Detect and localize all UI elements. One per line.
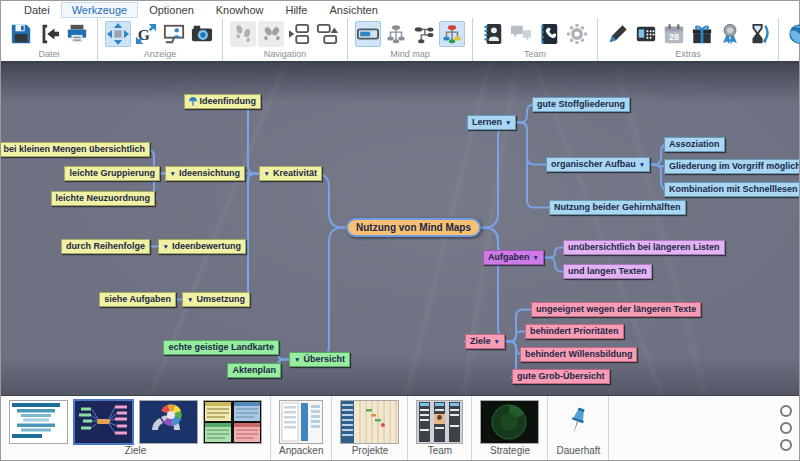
map-topic-aktenplan[interactable]: Aktenplan bbox=[227, 363, 281, 378]
map-topic-gliederung-im-vorgriff[interactable]: Gliederung im Vorgriff möglich bbox=[664, 159, 799, 174]
map-topic-umsetzung[interactable]: ▼Umsetzung bbox=[182, 292, 250, 307]
map-topic-durch-reihenfolge[interactable]: durch Reihenfolge bbox=[61, 239, 150, 254]
panel-overflow-button[interactable] bbox=[780, 422, 792, 434]
footprints2-button[interactable] bbox=[258, 21, 284, 47]
camera-icon bbox=[191, 23, 213, 45]
map-topic-unuebersichtlich-listen[interactable]: unübersichtlich bei längeren Listen bbox=[563, 240, 725, 255]
map-part-thumbnails bbox=[340, 400, 399, 444]
map-part-group-dauerhaft: Dauerhaft bbox=[548, 396, 609, 460]
map-topic-ideensichtung[interactable]: ▼Ideensichtung bbox=[165, 166, 245, 181]
address-book-button[interactable] bbox=[480, 21, 506, 47]
map-topic-root[interactable]: Nutzung von Mind Maps bbox=[346, 218, 481, 237]
map-topic-echte-geistige-landkarte[interactable]: echte geistige Landkarte bbox=[163, 340, 279, 355]
toolbar-group-label: Anzeige bbox=[144, 49, 177, 61]
map-topic-ungeeignet-texte[interactable]: ungeeignet wegen der längeren Texte bbox=[531, 302, 701, 317]
toolbar-group-team: Team bbox=[473, 18, 598, 61]
phone-button[interactable] bbox=[536, 21, 562, 47]
thumbnail-gantt[interactable] bbox=[340, 400, 399, 444]
map-topic-und-langen-texten[interactable]: und langen Texten bbox=[563, 264, 652, 279]
collapse-arrow-icon[interactable]: ▼ bbox=[494, 338, 500, 345]
globe-button[interactable] bbox=[786, 21, 800, 47]
map-topic-kreativitaet[interactable]: ▼Kreativität bbox=[259, 166, 322, 181]
print-button[interactable] bbox=[64, 21, 90, 47]
layout-corner-button[interactable] bbox=[314, 21, 340, 47]
collapse-arrow-icon[interactable]: ▼ bbox=[264, 170, 270, 177]
toolbar-group-icons bbox=[8, 19, 90, 49]
presentation-button[interactable] bbox=[161, 21, 187, 47]
map-topic-assoziation[interactable]: Assoziation bbox=[664, 137, 725, 152]
map-topic-leichte-neuzuordnung[interactable]: leichte Neuzuordnung bbox=[51, 191, 156, 206]
map-topic-ziele[interactable]: Ziele▼ bbox=[465, 334, 505, 349]
map-topic-siehe-aufgaben[interactable]: siehe Aufgaben bbox=[99, 292, 176, 307]
thumbnail-outline-list[interactable] bbox=[9, 400, 68, 444]
zoom-g-button[interactable]: G bbox=[133, 21, 159, 47]
panel-overflow-button[interactable] bbox=[780, 439, 792, 451]
menu-item-werkzeuge[interactable]: Werkzeuge bbox=[61, 2, 138, 18]
medal-button[interactable] bbox=[717, 21, 743, 47]
collapse-arrow-icon[interactable]: ▼ bbox=[505, 119, 511, 126]
collapse-arrow-icon[interactable]: ▼ bbox=[170, 170, 176, 177]
map-tree-color-button[interactable] bbox=[439, 21, 465, 47]
menu-item-datei[interactable]: Datei bbox=[13, 2, 61, 18]
pen-button[interactable] bbox=[605, 21, 631, 47]
thumbnail-team-grid[interactable] bbox=[416, 400, 463, 444]
map-tree-button[interactable] bbox=[383, 21, 409, 47]
map-tree2-button[interactable] bbox=[411, 21, 437, 47]
collapse-arrow-icon[interactable]: ▼ bbox=[639, 161, 645, 168]
map-topic-gute-grob-uebersicht[interactable]: gute Grob-Übersicht bbox=[512, 369, 610, 384]
topic-label: Aktenplan bbox=[232, 365, 276, 376]
panel-overflow-button[interactable] bbox=[780, 405, 792, 417]
map-topic-uebersicht[interactable]: ▼Übersicht bbox=[289, 352, 350, 367]
map-topic-kombination-schnelllesen[interactable]: Kombination mit Schnelllesen bbox=[664, 182, 799, 197]
topic-label: Nutzung von Mind Maps bbox=[356, 222, 471, 233]
map-topic-nutzung-gehirnhaelften[interactable]: Nutzung beider Gehirnhälften bbox=[549, 200, 686, 215]
gear-button[interactable] bbox=[564, 21, 590, 47]
gift-button[interactable] bbox=[689, 21, 715, 47]
fit-screen-button[interactable] bbox=[105, 21, 131, 47]
menu-item-hilfe[interactable]: Hilfe bbox=[274, 2, 318, 18]
pushpin-icon[interactable] bbox=[565, 406, 591, 438]
map-topic-behindert-willensbildung[interactable]: behindert Willensbildung bbox=[520, 347, 637, 362]
overflow-buttons bbox=[780, 405, 792, 451]
collapse-arrow-icon[interactable]: ▼ bbox=[187, 296, 193, 303]
collapse-arrow-icon[interactable]: ▼ bbox=[533, 254, 539, 261]
footprints-button[interactable] bbox=[230, 21, 256, 47]
chat-button[interactable] bbox=[508, 21, 534, 47]
fax-button[interactable] bbox=[633, 21, 659, 47]
thumbnail-radar[interactable] bbox=[480, 400, 539, 444]
thumbnail-fan-chart[interactable] bbox=[139, 400, 198, 444]
mindmap-canvas[interactable]: Nutzung von Mind Maps▼KreativitätIdeenfi… bbox=[1, 61, 799, 396]
thumbnail-kanban[interactable] bbox=[279, 400, 323, 444]
map-topic-aufgaben[interactable]: Aufgaben▼ bbox=[483, 250, 544, 265]
camera-button[interactable] bbox=[189, 21, 215, 47]
map-part-thumbnails bbox=[279, 400, 323, 444]
collapse-arrow-icon[interactable]: ▼ bbox=[294, 356, 300, 363]
layout-right-button[interactable] bbox=[286, 21, 312, 47]
print-icon bbox=[66, 23, 88, 45]
map-topic-ideenfindung[interactable]: Ideenfindung bbox=[184, 94, 262, 109]
calendar-button[interactable]: 28 bbox=[661, 21, 687, 47]
zoom-g-icon: G bbox=[135, 23, 157, 45]
map-topic-gute-stoffgliederung[interactable]: gute Stoffgliederung bbox=[532, 97, 630, 112]
menu-item-ansichten[interactable]: Ansichten bbox=[319, 2, 389, 18]
menu-item-optionen[interactable]: Optionen bbox=[138, 2, 205, 18]
app-window: DateiWerkzeugeOptionenKnowhowHilfeAnsich… bbox=[0, 0, 800, 461]
globe-icon bbox=[788, 23, 800, 45]
export-button[interactable] bbox=[36, 21, 62, 47]
map-topic-ideenbewertung[interactable]: ▼Ideenbewertung bbox=[158, 239, 246, 254]
map-topic-bei-kleinen-mengen[interactable]: bei kleinen Mengen übersichtlich bbox=[1, 142, 150, 157]
save-button[interactable] bbox=[8, 21, 34, 47]
hourglass-button[interactable] bbox=[745, 21, 771, 47]
map-topic-lernen[interactable]: Lernen▼ bbox=[467, 115, 516, 130]
map-topic-leichte-gruppierung[interactable]: leichte Gruppierung bbox=[64, 166, 160, 181]
collapse-arrow-icon[interactable]: ▼ bbox=[163, 243, 169, 250]
topic-bar-button[interactable] bbox=[355, 21, 381, 47]
map-topic-behindert-prioritaeten[interactable]: behindert Prioritäten bbox=[525, 324, 624, 339]
menu-item-knowhow[interactable]: Knowhow bbox=[205, 2, 275, 18]
thumbnail-mindmap-dark[interactable] bbox=[73, 399, 134, 445]
topic-label: Ideensichtung bbox=[179, 168, 240, 179]
layout-corner-icon bbox=[316, 23, 338, 45]
toolbar-group-filter: Filter bbox=[779, 18, 800, 61]
thumbnail-quad-tables[interactable] bbox=[203, 400, 262, 444]
map-topic-organischer-aufbau[interactable]: organischer Aufbau▼ bbox=[546, 157, 650, 172]
